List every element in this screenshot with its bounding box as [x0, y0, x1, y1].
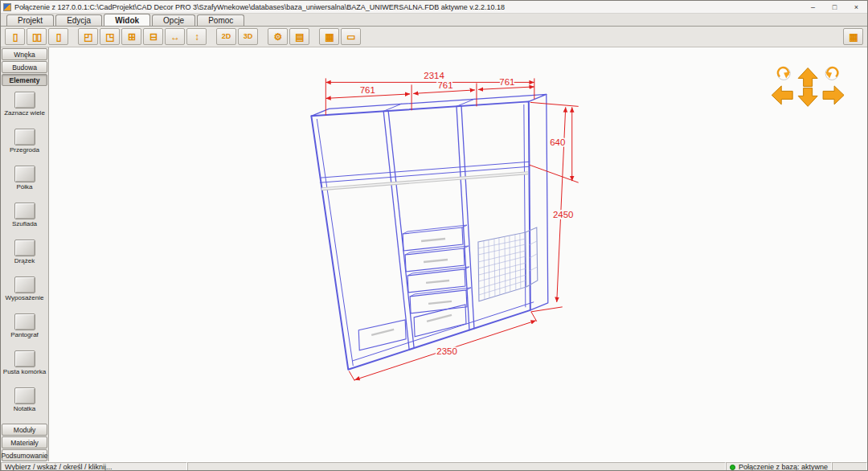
sidebar-item-przegroda[interactable]: Przegroda	[1, 123, 48, 160]
rotate-left-button[interactable]	[777, 67, 790, 80]
pan-horizontal-icon: ↔	[170, 32, 179, 42]
menu-tabstrip: Projekt Edycja Widok Opcje Pomoc	[1, 14, 867, 27]
rotate-right-button[interactable]	[825, 67, 838, 80]
render-button[interactable]: ▤	[289, 28, 309, 45]
sidebar-item-pantograf[interactable]: Pantograf	[1, 308, 48, 345]
toolbar-group-view-mode: 2D 3D	[216, 28, 258, 45]
preview-button[interactable]: ▭	[341, 28, 361, 45]
statusbar: Wybierz / wskaż / określ / kliknij... Po…	[1, 461, 867, 471]
modules-icon: ▦	[325, 32, 333, 42]
pricing-button[interactable]: ▦	[843, 28, 863, 45]
wire-basket-shape	[478, 227, 538, 301]
zoom-window-icon: ◳	[105, 32, 113, 42]
view-navigation	[772, 67, 844, 106]
item-label: Przegroda	[10, 147, 39, 154]
drawing-canvas[interactable]: 2314 761 761 761 640 2450 2350	[49, 47, 867, 461]
doors-icon: ▯	[56, 32, 61, 42]
pan-up-arrow[interactable]	[798, 68, 817, 86]
sidebar-section-wneka[interactable]: Wnęka	[2, 48, 47, 60]
minimize-button[interactable]: –	[802, 1, 824, 14]
titlebar: Połączenie z 127.0.0.1:C:\CadProjekt\CAD…	[1, 1, 867, 14]
drazek-icon	[14, 240, 35, 256]
status-filler	[187, 462, 726, 471]
status-hint: Wybierz / wskaż / określ / kliknij...	[1, 462, 187, 471]
item-label: Wyposażenie	[6, 295, 44, 301]
item-label: Notatka	[14, 406, 36, 412]
item-label: Pusta komórka	[3, 369, 46, 375]
close-button[interactable]: ×	[845, 1, 867, 14]
dim-upper-height: 640	[550, 137, 565, 147]
item-label: Półka	[16, 184, 32, 190]
sidebar-item-drazek[interactable]: Drążek	[1, 234, 48, 271]
sidebar-item-polka[interactable]: Półka	[1, 160, 48, 197]
item-label: Drążek	[14, 258, 35, 264]
view-niche-button[interactable]: ▯	[5, 28, 25, 45]
zoom-in-button[interactable]: ⊞	[121, 28, 141, 45]
render-icon: ▤	[295, 32, 303, 42]
dim-section-1: 761	[360, 85, 375, 95]
pan-left-arrow[interactable]	[772, 86, 792, 104]
przegroda-icon	[14, 129, 35, 145]
zoom-fit-button[interactable]: ◰	[78, 28, 98, 45]
zoom-out-button[interactable]: ⊟	[143, 28, 163, 45]
toolbar-group-zoom: ◰ ◳ ⊞ ⊟ ↔ ↕	[78, 28, 207, 45]
pan-down-arrow[interactable]	[798, 88, 817, 106]
connection-status-icon	[730, 465, 735, 470]
sidebar-item-wyposazenie[interactable]: Wyposażenie	[1, 271, 48, 308]
zaznacz-wiele-icon	[14, 92, 35, 109]
tab-projekt[interactable]: Projekt	[6, 14, 54, 26]
dim-total-height: 2450	[553, 210, 574, 219]
view-2d-icon: 2D	[222, 33, 231, 40]
sidebar-item-zaznacz-wiele[interactable]: Zaznacz wiele	[1, 86, 48, 123]
pan-right-arrow[interactable]	[823, 86, 844, 104]
tab-edycja[interactable]: Edycja	[55, 14, 102, 26]
body-icon: ▯▯	[32, 32, 41, 42]
zoom-in-icon: ⊞	[128, 32, 135, 42]
sidebar-section-moduly[interactable]: Moduły	[2, 424, 47, 436]
toolbar: ▯ ▯▯ ▯ ◰ ◳ ⊞ ⊟ ↔ ↕ 2D 3D ⚙ ▤ ▦ ▭ ▦	[1, 27, 867, 47]
app-icon	[3, 3, 11, 11]
wyposazenie-icon	[14, 276, 35, 293]
polka-icon	[14, 166, 35, 182]
sidebar-section-materialy[interactable]: Materiały	[2, 436, 47, 448]
view-3d-icon: 3D	[244, 33, 253, 40]
pusta-komorka-icon	[14, 350, 35, 367]
sidebar-section-elementy[interactable]: Elementy	[2, 74, 47, 86]
item-label: Zaznacz wiele	[4, 110, 45, 117]
connection-status-label: Połączenie z bazą: aktywne	[739, 463, 828, 471]
niche-icon: ▯	[13, 32, 18, 42]
sidebar-section-budowa[interactable]: Budowa	[2, 61, 47, 73]
pan-vertical-icon: ↕	[194, 32, 199, 42]
sidebar-section-podsumowanie[interactable]: Podsumowanie	[2, 449, 47, 461]
tab-pomoc[interactable]: Pomoc	[197, 14, 244, 26]
sidebar-item-szuflada[interactable]: Szuflada	[1, 197, 48, 234]
toolbar-group-wardrobe: ▯ ▯▯ ▯	[5, 28, 68, 45]
toolbar-group-settings: ⚙ ▤	[268, 28, 309, 45]
modules-button[interactable]: ▦	[319, 28, 339, 45]
dim-bottom-width: 2350	[436, 346, 457, 356]
pan-vertical-button[interactable]: ↕	[186, 28, 207, 45]
tab-widok[interactable]: Widok	[104, 14, 150, 26]
dim-section-3: 761	[499, 77, 514, 87]
pan-horizontal-button[interactable]: ↔	[165, 28, 185, 45]
sidebar-item-pusta-komorka[interactable]: Pusta komórka	[1, 345, 48, 382]
view-2d-button[interactable]: 2D	[216, 28, 236, 45]
tab-opcje[interactable]: Opcje	[152, 14, 195, 26]
status-connection: Połączenie z bazą: aktywne	[726, 462, 832, 471]
dim-section-2: 761	[437, 80, 452, 90]
toolbar-group-modules: ▦ ▭	[319, 28, 361, 45]
bottom-drawers-shape	[358, 305, 466, 350]
zoom-window-button[interactable]: ◳	[100, 28, 120, 45]
sidebar-item-notatka[interactable]: Notatka	[1, 382, 48, 419]
maximize-button[interactable]: □	[824, 1, 845, 14]
drawer-stack-shape	[403, 225, 471, 313]
zoom-fit-icon: ◰	[84, 32, 92, 42]
item-label: Szuflada	[12, 221, 37, 227]
gear-icon: ⚙	[274, 32, 282, 42]
zoom-out-icon: ⊟	[149, 32, 157, 42]
view-body-button[interactable]: ▯▯	[27, 28, 47, 45]
monitor-icon: ▭	[346, 32, 354, 42]
settings-button[interactable]: ⚙	[268, 28, 288, 45]
view-doors-button[interactable]: ▯	[48, 28, 68, 45]
view-3d-button[interactable]: 3D	[238, 28, 258, 45]
